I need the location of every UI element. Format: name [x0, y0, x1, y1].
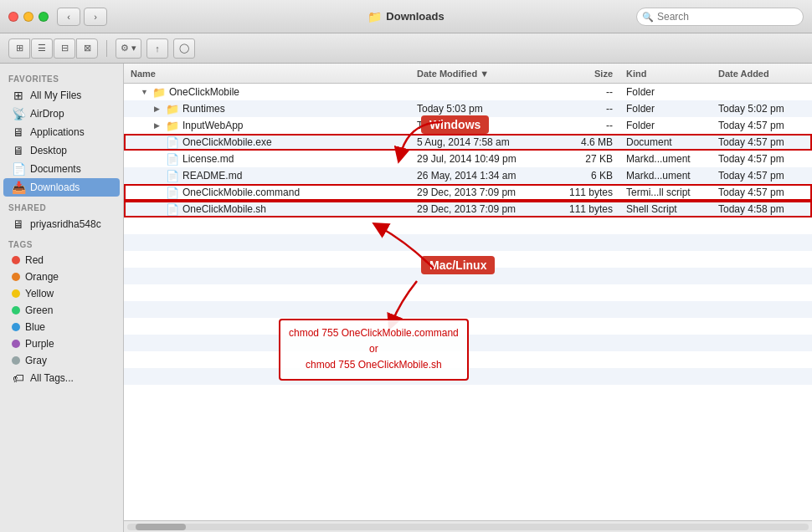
- sidebar-item-label: Yellow: [25, 288, 54, 299]
- sidebar-item-airdrop[interactable]: 📡 AirDrop: [3, 105, 120, 123]
- toolbar-separator-1: [106, 40, 107, 57]
- modified-column-header[interactable]: Date Modified ▼: [410, 69, 552, 79]
- file-icon: 📄: [166, 187, 179, 199]
- maximize-button[interactable]: [39, 12, 49, 22]
- sidebar-item-green[interactable]: Green: [3, 302, 120, 319]
- forward-button[interactable]: ›: [84, 8, 107, 26]
- sidebar-item-applications[interactable]: 🖥 Applications: [3, 123, 120, 141]
- table-row[interactable]: ▶ 📄 OneClickMobile.sh 29 Dec, 2013 7:09 …: [124, 201, 812, 217]
- table-row[interactable]: ▶ 📄 README.md 26 May, 2014 1:34 am 6 KB …: [124, 167, 812, 184]
- title-bar: ‹ › 📁 Downloads 🔍: [0, 0, 812, 33]
- table-row[interactable]: ▶ 📁 Runtimes Today 5:03 pm -- Folder Tod…: [124, 100, 812, 117]
- added-cell: Today 4:57 pm: [712, 120, 812, 131]
- empty-row: [124, 301, 812, 318]
- added-cell: Today 4:57 pm: [712, 170, 812, 182]
- favorites-section-title: FAVORITES: [0, 68, 123, 86]
- kind-cell: Folder: [619, 86, 712, 98]
- sidebar-item-gray[interactable]: Gray: [3, 352, 120, 369]
- table-row[interactable]: ▼ 📁 OneClickMobile -- Folder: [124, 84, 812, 100]
- action-button[interactable]: ⚙ ▾: [116, 38, 141, 59]
- modified-cell: 29 Jul, 2014 10:49 pm: [410, 153, 552, 165]
- disclosure-arrow[interactable]: ▶: [154, 105, 162, 113]
- added-column-header[interactable]: Date Added: [712, 69, 812, 79]
- sidebar-item-downloads[interactable]: 📥 Downloads: [3, 178, 120, 197]
- file-name: README.md: [182, 170, 242, 182]
- added-cell: Today 4:57 pm: [712, 153, 812, 165]
- kind-cell: Document: [619, 136, 712, 148]
- file-name-cell: ▶ 📄 OneClickMobile.command: [124, 187, 410, 199]
- kind-cell: Termi...ll script: [619, 187, 712, 198]
- sidebar-item-purple[interactable]: Purple: [3, 335, 120, 352]
- kind-column-header[interactable]: Kind: [619, 69, 712, 79]
- horizontal-scrollbar[interactable]: [124, 520, 812, 532]
- sidebar-item-orange[interactable]: Orange: [3, 269, 120, 285]
- sidebar-item-label: Documents: [30, 163, 81, 175]
- file-name-cell: ▶ 📄 OneClickMobile.sh: [124, 203, 410, 216]
- search-icon: 🔍: [642, 11, 654, 22]
- empty-row: [124, 318, 812, 335]
- sidebar-item-all-tags[interactable]: 🏷 All Tags...: [3, 369, 120, 387]
- nav-buttons: ‹ ›: [57, 8, 107, 26]
- green-dot: [12, 306, 20, 315]
- modified-cell: 26 May, 2014 1:34 am: [410, 170, 552, 182]
- empty-row: [124, 217, 812, 234]
- folder-icon: 📁: [152, 86, 166, 99]
- disclosure-arrow[interactable]: ▶: [154, 121, 162, 130]
- folder-icon: 📁: [166, 103, 179, 115]
- size-cell: 27 KB: [552, 153, 619, 165]
- added-cell: Today 4:58 pm: [712, 203, 812, 215]
- kind-cell: Shell Script: [619, 203, 712, 215]
- sidebar-item-label: Applications: [30, 126, 85, 138]
- sidebar-item-label: Red: [25, 254, 44, 266]
- table-row[interactable]: ▶ 📄 OneClickMobile.exe 5 Aug, 2014 7:58 …: [124, 134, 812, 151]
- disclosure-arrow[interactable]: ▼: [141, 88, 149, 96]
- shared-section-title: SHARED: [0, 197, 123, 215]
- main-content: FAVORITES ⊞ All My Files 📡 AirDrop 🖥 App…: [0, 64, 812, 532]
- search-input[interactable]: [636, 8, 804, 26]
- tag-button[interactable]: ◯: [173, 38, 195, 59]
- sidebar-item-yellow[interactable]: Yellow: [3, 285, 120, 302]
- share-button[interactable]: ↑: [146, 38, 168, 59]
- cover-flow-button[interactable]: ⊠: [76, 38, 98, 59]
- size-cell: 4.6 MB: [552, 136, 619, 148]
- window-controls: [8, 12, 49, 22]
- close-button[interactable]: [8, 12, 18, 22]
- file-name-cell: ▶ 📁 InputWebApp: [124, 120, 410, 132]
- modified-cell: 29 Dec, 2013 7:09 pm: [410, 187, 552, 198]
- sidebar-item-desktop[interactable]: 🖥 Desktop: [3, 141, 120, 160]
- airdrop-icon: 📡: [12, 107, 25, 120]
- sidebar-item-label: Gray: [25, 355, 47, 366]
- sidebar-item-blue[interactable]: Blue: [3, 319, 120, 335]
- file-name: OneClickMobile.command: [182, 187, 300, 198]
- kind-cell: Folder: [619, 120, 712, 131]
- sidebar-item-label: priyasridha548c: [30, 218, 101, 230]
- table-row[interactable]: ▶ 📁 InputWebApp Today 5:03 pm -- Folder …: [124, 117, 812, 134]
- scroll-thumb[interactable]: [136, 524, 186, 530]
- file-name: Runtimes: [182, 103, 225, 115]
- icon-view-button[interactable]: ⊞: [8, 38, 30, 59]
- table-row[interactable]: ▶ 📄 License.md 29 Jul, 2014 10:49 pm 27 …: [124, 151, 812, 167]
- sidebar-item-priyasridha[interactable]: 🖥 priyasridha548c: [3, 215, 120, 233]
- sidebar-item-all-my-files[interactable]: ⊞ All My Files: [3, 86, 120, 105]
- back-button[interactable]: ‹: [57, 8, 80, 26]
- list-view-button[interactable]: ☰: [31, 38, 53, 59]
- size-cell: 111 bytes: [552, 203, 619, 215]
- column-view-button[interactable]: ⊟: [54, 38, 75, 59]
- size-cell: --: [552, 86, 619, 98]
- scroll-track: [127, 524, 809, 530]
- empty-row: [124, 368, 812, 385]
- table-row[interactable]: ▶ 📄 OneClickMobile.command 29 Dec, 2013 …: [124, 184, 812, 201]
- folder-icon: 📁: [367, 10, 382, 23]
- sidebar-item-red[interactable]: Red: [3, 252, 120, 269]
- view-buttons: ⊞ ☰ ⊟ ⊠: [8, 38, 98, 59]
- empty-row: [124, 251, 812, 268]
- minimize-button[interactable]: [23, 12, 33, 22]
- size-column-header[interactable]: Size: [552, 69, 619, 79]
- sidebar-item-documents[interactable]: 📄 Documents: [3, 160, 120, 178]
- yellow-dot: [12, 289, 20, 298]
- name-column-header[interactable]: Name: [124, 69, 410, 79]
- file-list-header: Name Date Modified ▼ Size Kind Date Adde…: [124, 64, 812, 84]
- sort-arrow: ▼: [480, 69, 489, 79]
- empty-row: [124, 234, 812, 251]
- sidebar-item-label: Purple: [25, 338, 54, 350]
